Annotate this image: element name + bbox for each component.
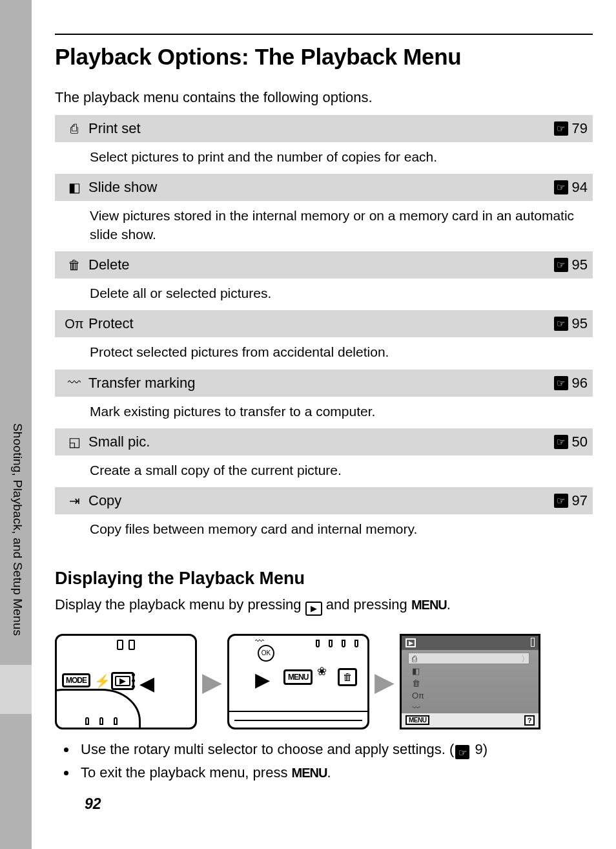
page-number: 92	[85, 795, 101, 813]
option-page-ref: ☞95	[554, 257, 588, 273]
option-title: Copy	[88, 492, 554, 509]
divider	[229, 711, 367, 712]
page-ref-icon: ☞	[554, 180, 568, 194]
page-ref-number: 79	[572, 120, 588, 137]
slideshow-icon: ◧	[412, 666, 424, 676]
option-description: Copy files between memory card and inter…	[55, 514, 593, 546]
page-ref-icon: ☞	[554, 121, 568, 136]
note-text: Use the rotary multi selector to choose …	[81, 741, 454, 757]
page-ref-icon: ☞	[554, 258, 568, 272]
page-ref-number: 95	[572, 257, 588, 273]
page-ref-icon: ☞	[554, 376, 568, 390]
subintro-mid: and pressing	[326, 596, 411, 613]
protect-icon: Oπ	[412, 691, 424, 700]
subintro-post: .	[447, 596, 451, 613]
option-row-header: OπProtect☞95	[55, 310, 593, 337]
slideshow-icon: ◧	[60, 180, 88, 195]
page-title: Playback Options: The Playback Menu	[55, 44, 593, 70]
diagram-camera-menu: 〰 OK ▶ MENU ❀ 🗑	[227, 634, 369, 729]
menu-button-label: MENU	[411, 598, 447, 612]
option-row-header: 🗑Delete☞95	[55, 251, 593, 278]
note-text: .	[327, 764, 331, 781]
option-description: View pictures stored in the internal mem…	[55, 201, 593, 251]
option-row-header: ◱Small pic.☞50	[55, 428, 593, 456]
camera-top-buttons	[117, 640, 135, 650]
option-page-ref: ☞94	[554, 179, 588, 196]
dial-ticks	[316, 640, 358, 647]
diagram-camera-playback: MODE ⚡ ◀	[55, 634, 197, 729]
option-description: Create a small copy of the current pictu…	[55, 456, 593, 487]
option-row-header: ⇥Copy☞97	[55, 487, 593, 514]
ok-button-icon: OK	[258, 645, 274, 662]
delete-button-icon: 🗑	[338, 668, 357, 686]
diagram-lcd-menu: ▶ 〉 ⎙ ◧ 🗑 Oπ 〰 MENU ?	[400, 634, 540, 729]
option-title: Delete	[88, 257, 554, 273]
note-item: To exit the playback menu, press MENU.	[77, 762, 593, 784]
transfer-icon: 〰	[412, 703, 424, 713]
option-page-ref: ☞96	[554, 375, 588, 392]
option-title: Slide show	[88, 179, 554, 196]
card-icon	[531, 638, 535, 647]
page-ref-number: 50	[572, 434, 588, 450]
option-page-ref: ☞95	[554, 315, 588, 332]
diagram-row: MODE ⚡ ◀ ▶ 〰 OK ▶ MENU ❀ 🗑 ▶	[55, 634, 593, 729]
step-arrow-icon: ▶	[375, 667, 395, 697]
grip-dots	[132, 672, 137, 690]
dial-ticks	[85, 717, 118, 725]
option-page-ref: ☞97	[554, 492, 588, 509]
note-item: Use the rotary multi selector to choose …	[77, 739, 593, 760]
trash-icon: 🗑	[412, 678, 424, 688]
note-text: )	[483, 741, 488, 757]
lcd-footer: MENU ?	[402, 713, 539, 728]
option-description: Delete all or selected pictures.	[55, 278, 593, 310]
option-title: Protect	[88, 315, 554, 332]
page-ref-number: 9	[475, 741, 483, 757]
smallpic-icon: ◱	[60, 434, 88, 450]
options-table: ⎙Print set☞79Select pictures to print an…	[55, 115, 593, 547]
option-row-header: 〰Transfer marking☞96	[55, 370, 593, 397]
playback-mode-icon: ▶	[406, 638, 416, 647]
protect-icon: Oπ	[60, 317, 88, 331]
option-description: Select pictures to print and the number …	[55, 142, 593, 174]
notes-list: Use the rotary multi selector to choose …	[55, 739, 593, 784]
lcd-selection-bar: 〉	[408, 653, 529, 664]
side-tab-label: Shooting, Playback, and Setup Menus	[10, 423, 25, 636]
page-ref-number: 94	[572, 179, 588, 196]
transfer-icon: 〰	[60, 375, 88, 390]
option-description: Mark existing pictures to transfer to a …	[55, 397, 593, 428]
print-icon: ⎙	[60, 121, 88, 136]
playback-button-icon	[111, 672, 134, 690]
page-ref-icon: ☞	[554, 435, 568, 449]
help-softkey: ?	[524, 715, 535, 726]
macro-icon: ❀	[317, 664, 327, 678]
page: Playback Options: The Playback Menu The …	[32, 0, 616, 849]
option-row-header: ⎙Print set☞79	[55, 115, 593, 142]
menu-button-label: MENU	[292, 766, 327, 780]
subheading: Displaying the Playback Menu	[55, 569, 593, 589]
option-title: Transfer marking	[88, 375, 554, 392]
mode-button-icon: MODE	[62, 673, 90, 687]
step-arrow-icon: ▶	[202, 667, 222, 697]
note-text: To exit the playback menu, press	[81, 764, 292, 781]
press-arrow-icon: ◀	[139, 672, 154, 695]
print-icon: ⎙	[412, 654, 424, 664]
playback-button-icon: ▶	[305, 602, 322, 616]
press-arrow-icon: ▶	[255, 668, 270, 691]
page-ref-number: 95	[572, 315, 588, 332]
subintro-pre: Display the playback menu by pressing	[55, 596, 305, 613]
trash-icon: 🗑	[60, 258, 88, 273]
chevron-right-icon: 〉	[521, 653, 529, 665]
lcd-header: ▶	[402, 636, 539, 650]
page-ref-icon: ☞	[554, 317, 568, 331]
top-rule	[55, 34, 593, 35]
option-page-ref: ☞50	[554, 434, 588, 450]
menu-button-icon: MENU	[283, 669, 313, 685]
menu-softkey: MENU	[406, 715, 429, 725]
flash-icon: ⚡	[94, 673, 110, 689]
option-title: Small pic.	[88, 434, 554, 450]
divider	[234, 720, 362, 721]
page-ref-icon: ☞	[554, 494, 568, 508]
page-ref-icon: ☞	[455, 745, 469, 759]
option-page-ref: ☞79	[554, 120, 588, 137]
page-ref-number: 96	[572, 375, 588, 392]
